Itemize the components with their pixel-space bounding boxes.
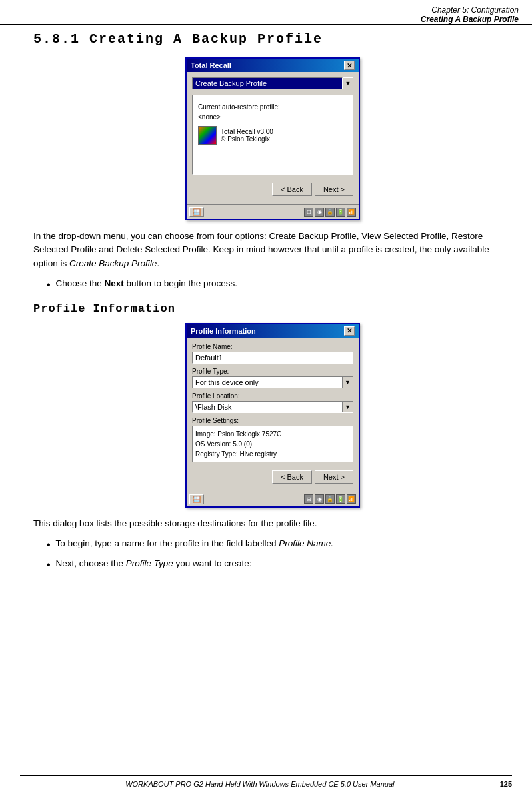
profile-name-label: Profile Name: (192, 343, 353, 350)
profile-info-dialog: Profile Information ✕ Profile Name: Defa… (185, 323, 360, 508)
taskbar2-icon-5: 📶 (347, 494, 356, 504)
screenshot2-container: Profile Information ✕ Profile Name: Defa… (33, 323, 512, 508)
taskbar2-right-icons: ⊞ ◉ 🔒 🔋 📶 (304, 494, 356, 504)
bullet2-prefix: To begin, type a name for the profile in… (56, 538, 279, 548)
dialog1-back-button[interactable]: < Back (272, 183, 312, 196)
profile-settings-area: Image: Psion Teklogix 7527C OS Version: … (192, 426, 353, 462)
auto-restore-value: <none> (198, 113, 347, 121)
dropdown-select[interactable]: Create Backup Profile (192, 77, 343, 89)
settings-line1: Image: Psion Teklogix 7527C (195, 429, 350, 439)
page-header: Chapter 5: Configuration Creating A Back… (0, 0, 532, 25)
taskbar-icon-1: ⊞ (304, 208, 313, 217)
taskbar2-icon-3: 🔒 (325, 494, 335, 504)
bullet-item-3: • Next, choose the Profile Type you want… (47, 557, 512, 573)
body-paragraph-2: This dialog box lists the possible stora… (33, 517, 512, 530)
bullet3-prefix: Next, choose the (56, 558, 126, 568)
profile-name-input[interactable]: Default1 (192, 352, 353, 364)
bullet-item-1: • Choose the Next button to begin the pr… (47, 277, 512, 293)
dialog1-close-button[interactable]: ✕ (344, 61, 355, 70)
dropdown-container: Create Backup Profile ▼ (192, 77, 353, 89)
screenshot1-container: Total Recall ✕ Create Backup Profile ▼ C… (33, 57, 512, 220)
page-container: Chapter 5: Configuration Creating A Back… (0, 0, 532, 796)
bullet1-prefix: Choose the (56, 278, 105, 288)
profile-type-arrow[interactable]: ▼ (342, 377, 353, 388)
taskbar-icon-4: 🔋 (336, 208, 345, 217)
bullet2-content: To begin, type a name for the profile in… (56, 537, 334, 553)
bullet2-italic: Profile Name. (279, 538, 333, 548)
dialog1-body: Create Backup Profile ▼ Current auto-res… (187, 72, 359, 204)
chapter-label: Chapter 5: Configuration (13, 5, 519, 15)
dialog2-buttons: < Back Next > (192, 468, 353, 486)
icon-text-line1: Total Recall v3.00 (221, 128, 273, 135)
dropdown-value: Create Backup Profile (195, 79, 267, 87)
dropdown-arrow[interactable]: ▼ (343, 77, 353, 89)
bullet-dot-3: • (47, 557, 51, 573)
taskbar-start-button[interactable]: 🪟 (189, 207, 204, 217)
total-recall-icon (198, 126, 217, 145)
body-paragraph-1: In the drop-down menu, you can choose fr… (33, 230, 512, 270)
dialog1-content-area: Current auto-restore profile: <none> Tot… (192, 95, 353, 175)
info-row: Total Recall v3.00 © Psion Teklogix (198, 126, 347, 145)
dialog1-buttons: < Back Next > (192, 180, 353, 199)
bullet3-content: Next, choose the Profile Type you want t… (56, 557, 252, 573)
profile-location-label: Profile Location: (192, 392, 353, 400)
footer-text: WORKABOUT PRO G2 Hand-Held With Windows … (20, 780, 500, 788)
dialog1-title: Total Recall (191, 61, 231, 69)
main-content: 5.8.1 Creating A Backup Profile Total Re… (0, 31, 532, 590)
profile-type-label: Profile Type: (192, 368, 353, 375)
taskbar2-icon-4: 🔋 (336, 494, 345, 504)
dialog2-titlebar: Profile Information ✕ (187, 324, 359, 338)
taskbar-icon-2: ◉ (315, 208, 324, 217)
footer-page-number: 125 (500, 780, 512, 788)
dialog2-next-button[interactable]: Next > (315, 470, 353, 484)
dialog2-title: Profile Information (191, 327, 256, 335)
profile-location-value: \Flash Disk (193, 402, 342, 412)
auto-restore-label: Current auto-restore profile: (198, 103, 347, 111)
profile-location-select[interactable]: \Flash Disk ▼ (192, 401, 353, 413)
para1-italic: Create Backup Profile (69, 258, 157, 268)
section-label: Creating A Backup Profile (13, 15, 519, 24)
page-footer: WORKABOUT PRO G2 Hand-Held With Windows … (20, 775, 512, 788)
sub-section-title: Profile Information (33, 302, 512, 315)
profile-type-select[interactable]: For this device only ▼ (192, 376, 353, 388)
icon-text: Total Recall v3.00 © Psion Teklogix (221, 128, 273, 143)
icon-text-line2: © Psion Teklogix (221, 135, 273, 143)
taskbar2-start-button[interactable]: 🪟 (189, 494, 204, 504)
bullet-dot-1: • (47, 277, 51, 293)
settings-line2: OS Version: 5.0 (0) (195, 439, 350, 449)
taskbar-right-icons: ⊞ ◉ 🔒 🔋 📶 (304, 208, 356, 217)
dialog2-taskbar: 🪟 ⊞ ◉ 🔒 🔋 📶 (187, 492, 359, 506)
bullet1-suffix: button to begin the process. (124, 278, 237, 288)
bullet1-content: Choose the Next button to begin the proc… (56, 277, 237, 293)
dialog2-body: Profile Name: Default1 Profile Type: For… (187, 338, 359, 492)
profile-settings-label: Profile Settings: (192, 417, 353, 424)
dialog1-next-button[interactable]: Next > (315, 183, 353, 196)
section-title: 5.8.1 Creating A Backup Profile (33, 31, 512, 47)
bullet3-italic: Profile Type (126, 558, 173, 568)
bullet-item-2: • To begin, type a name for the profile … (47, 537, 512, 553)
taskbar-icon-5: 📶 (347, 208, 356, 217)
para1-end: . (157, 258, 159, 268)
profile-location-arrow[interactable]: ▼ (342, 402, 353, 412)
dialog1-taskbar: 🪟 ⊞ ◉ 🔒 🔋 📶 (187, 204, 359, 219)
bullet-dot-2: • (47, 537, 51, 553)
bullet3-suffix: you want to create: (173, 558, 252, 568)
dialog1-titlebar: Total Recall ✕ (187, 59, 359, 72)
taskbar2-icon-2: ◉ (315, 494, 324, 504)
taskbar-icon-3: 🔒 (325, 208, 335, 217)
settings-line3: Registry Type: Hive registry (195, 449, 350, 459)
profile-type-value: For this device only (193, 377, 342, 388)
bullet1-bold: Next (104, 278, 123, 288)
dialog2-back-button[interactable]: < Back (272, 470, 312, 484)
taskbar2-icon-1: ⊞ (304, 494, 313, 504)
start-icon: 🪟 (193, 208, 201, 216)
dialog2-close-button[interactable]: ✕ (344, 326, 355, 336)
total-recall-dialog: Total Recall ✕ Create Backup Profile ▼ C… (185, 57, 360, 220)
start2-icon: 🪟 (193, 496, 201, 503)
